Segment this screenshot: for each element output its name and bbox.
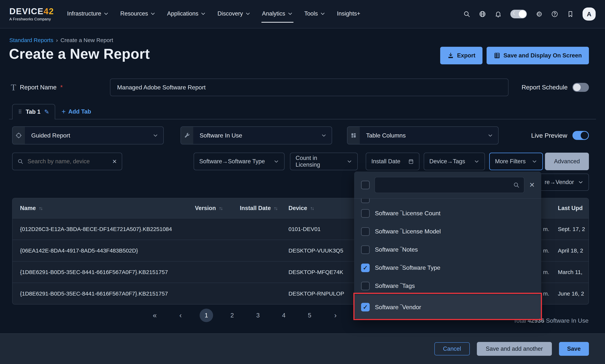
advanced-button[interactable]: Advanced [545,153,589,170]
menu-insights[interactable]: Insights+ [337,10,360,18]
page-1[interactable]: 1 [200,309,213,322]
bell-icon[interactable] [495,11,502,18]
cell-install-date [232,261,281,283]
option-notes[interactable]: Software ‾Notes [354,241,541,259]
save-add-another-button[interactable]: Save and add another [477,342,552,356]
cell-name: {1D8E6291-B0D5-35EC-8441-6616F567A0F7}.K… [13,283,187,304]
sort-icon: ↑↓ [274,205,277,211]
select-all-checkbox[interactable] [361,181,370,189]
close-icon[interactable]: ✕ [529,181,535,189]
panel-header: ✕ [354,171,541,199]
live-preview-toggle[interactable] [572,131,589,140]
filter-software-type[interactable]: Software→Software Type [194,153,284,170]
chevron-down-icon [578,180,583,185]
report-schedule-toggle[interactable] [572,83,589,92]
tab-1[interactable]: ⠿ Tab 1 ✎ [12,104,55,119]
menu-infrastructure[interactable]: Infrastructure [67,10,109,18]
save-button[interactable]: Save [559,342,589,356]
user-avatar[interactable]: A [582,8,596,21]
option-vendor[interactable]: ✓ Software ‾Vendor [354,295,541,319]
option-tags[interactable]: Software ‾Tags [354,277,541,295]
moon-icon: ☾ [513,11,517,16]
option-license-model[interactable]: Software ‾License Model [354,222,541,241]
save-display-button[interactable]: Save and Display On Screen [487,47,589,64]
globe-icon[interactable] [479,11,486,18]
chevron-down-icon [245,11,250,16]
filter-install-date[interactable]: Install Date [366,153,419,170]
report-name-input[interactable] [110,78,508,96]
panel-list: Software ‾License Count Software ‾Licens… [354,199,541,319]
menu-discovery[interactable]: Discovery [217,10,250,18]
logo-wordmark: DEVICE42 [9,7,54,15]
navbar-actions: ☾ A [463,8,596,21]
cell-name: {1D8E6291-B0D5-35EC-8441-6616F567A0F7}.K… [13,261,187,283]
filter-device-tags[interactable]: Device→Tags [424,153,485,170]
column-header-device[interactable]: Device↑↓ [281,198,356,218]
bookmark-icon[interactable] [567,11,574,18]
device42-logo[interactable]: DEVICE42 A Freshworks Company [9,7,54,21]
cell-version [187,240,232,261]
option-license-count[interactable]: Software ‾License Count [354,204,541,222]
add-tab-button[interactable]: + Add Tab [62,107,91,116]
panel-search-input[interactable] [379,182,510,189]
chevron-down-icon [347,159,352,164]
breadcrumb-standard-reports[interactable]: Standard Reports [9,37,53,43]
compass-icon [13,127,25,144]
report-name-label: T Report Name * [11,78,63,96]
breadcrumb-separator: › [56,37,58,43]
footer-action-bar: Cancel Save and add another Save [0,333,605,364]
page-4[interactable]: 4 [277,309,291,322]
report-type-select[interactable]: Guided Report [12,127,164,144]
chevron-down-icon [320,11,325,16]
checkbox-checked[interactable]: ✓ [361,263,370,272]
table-search: ✕ [12,153,122,170]
checkbox[interactable] [361,282,370,290]
gear-icon[interactable] [535,11,542,18]
checkbox-checked[interactable]: ✓ [361,303,370,312]
checkbox[interactable] [361,227,370,236]
column-header-name[interactable]: Name↑↓ [13,198,187,218]
checkbox[interactable] [361,199,370,203]
first-page-button[interactable]: « [148,309,161,322]
column-header-install-date[interactable]: Install Date↑↓ [232,198,281,218]
help-icon[interactable] [551,11,558,18]
breadcrumb-current: Create a New Report [60,37,113,43]
export-button[interactable]: Export [440,47,482,64]
live-preview: Live Preview [531,127,589,144]
search-input[interactable] [27,158,108,165]
checkbox[interactable] [361,246,370,254]
next-page-button[interactable]: › [329,309,342,322]
calendar-icon [408,159,414,164]
page-5[interactable]: 5 [303,309,316,322]
columns-dropdown-panel: ✕ Software ‾License Count Software ‾Lice… [354,171,541,319]
cancel-button[interactable]: Cancel [434,342,470,355]
menu-analytics[interactable]: Analytics [262,10,293,18]
more-filters-button[interactable]: More Filters [489,153,543,170]
edit-tab-icon[interactable]: ✎ [44,108,49,116]
menu-resources[interactable]: Resources [120,10,155,18]
menu-applications[interactable]: Applications [167,10,206,18]
dark-mode-toggle[interactable]: ☾ [510,10,527,18]
data-source-select[interactable]: Software In Use [180,127,332,144]
clear-search-icon[interactable]: ✕ [112,158,117,165]
page-3[interactable]: 3 [251,309,265,322]
column-header-version[interactable]: Version↑↓ [187,198,232,218]
search-icon[interactable] [463,11,470,18]
header-actions: Export Save and Display On Screen [440,47,589,64]
checkbox[interactable] [361,209,370,218]
option-software-type[interactable]: ✓ Software ‾Software Type [354,259,541,277]
cell-device: DESKTOP-VUUK3Q5 [281,240,356,261]
drag-handle-icon[interactable]: ⠿ [18,109,22,115]
download-icon [447,52,454,59]
prev-page-button[interactable]: ‹ [174,309,187,322]
menu-tools[interactable]: Tools [304,10,325,18]
chevron-down-icon [103,11,109,16]
toggle-knob [581,132,588,139]
table-columns-select[interactable]: Table Columns [347,127,499,144]
chevron-down-icon [321,133,326,138]
page-2[interactable]: 2 [225,309,239,322]
column-header-last-updated[interactable]: Last Upd [550,198,589,218]
chevron-down-icon [474,159,479,164]
sort-icon: ↑↓ [219,205,222,211]
filter-count-in-licensing[interactable]: Count in Licensing [290,153,358,170]
